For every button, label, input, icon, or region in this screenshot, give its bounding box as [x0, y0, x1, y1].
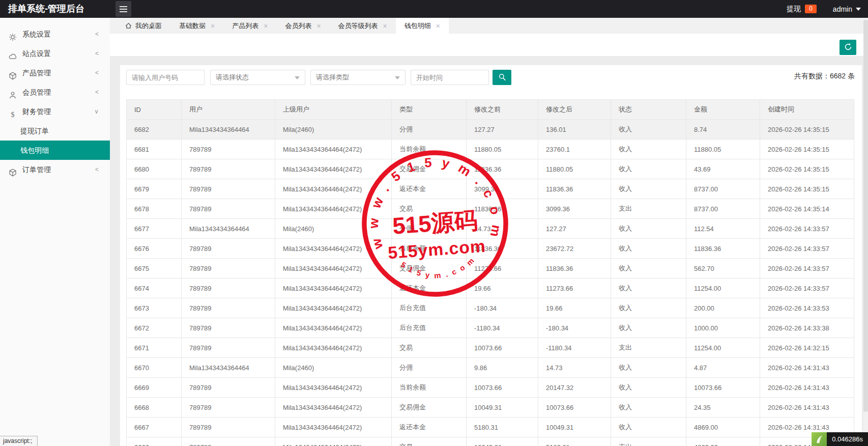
sidebar-item-member-management[interactable]: 会员管理 < — [0, 82, 110, 102]
table-cell: 1000.00 — [686, 318, 760, 338]
start-time-input[interactable] — [411, 70, 489, 85]
table-cell: Mila1343434364464(2472) — [275, 298, 392, 318]
table-cell: -180.34 — [467, 298, 538, 318]
table-cell: 43.69 — [686, 159, 760, 179]
table-cell: 返还本金 — [392, 417, 467, 437]
table-cell: 6673 — [127, 298, 182, 318]
sidebar-item-label: 会员管理 — [22, 82, 51, 102]
tab-basic-data[interactable]: 基础数据 × — [170, 18, 223, 34]
table-cell: 10049.31 — [467, 437, 538, 446]
table-cell: 10073.66 — [686, 378, 760, 398]
table-cell: Mila1343434364464(2472) — [275, 179, 392, 199]
table-cell: 789789 — [182, 278, 275, 298]
topbar-right: 提现 0 admin — [787, 0, 863, 18]
table-cell: Mila1343434364464(2472) — [275, 437, 392, 446]
table-row: 6678789789Mila1343434364464(2472)交易11836… — [127, 199, 854, 219]
sidebar-item-system-settings[interactable]: 系统设置 < — [0, 24, 110, 44]
table-cell: 3099.36 — [538, 199, 611, 219]
table-cell: 交易佣金 — [392, 398, 467, 417]
close-icon[interactable]: × — [436, 22, 440, 30]
tab-member-list[interactable]: 会员列表 × — [276, 18, 329, 34]
table-row: 6673789789Mila1343434364464(2472)后台充值-18… — [127, 298, 854, 318]
table-cell: 19.66 — [538, 298, 611, 318]
table-cell: 789789 — [182, 398, 275, 417]
column-header: 创建时间 — [760, 100, 854, 120]
close-icon[interactable]: × — [316, 22, 321, 30]
thinkphp-leaf-icon[interactable] — [812, 432, 827, 446]
perf-widget: 0.046286s — [812, 432, 868, 446]
table-cell: 返还本金 — [392, 179, 467, 199]
person-icon — [8, 88, 17, 97]
table-cell: 交易 — [392, 338, 467, 358]
tab-bar: 我的桌面 基础数据 × 产品列表 × 会员列表 × 会员等级列表 × 钱包明细 … — [110, 18, 868, 34]
table-cell: 交易 — [392, 437, 467, 446]
column-header: 修改之前 — [467, 100, 538, 120]
user-menu[interactable]: admin — [833, 5, 852, 13]
column-header: 金额 — [686, 100, 760, 120]
status-select-value: 请选择状态 — [216, 73, 249, 81]
table-cell: Mila1343434364464(2472) — [275, 338, 392, 358]
column-header: 修改之后 — [538, 100, 611, 120]
scrollbar-thumb[interactable] — [863, 20, 868, 412]
table-row: 6680789789Mila1343434364464(2472)交易佣金118… — [127, 159, 854, 179]
sidebar-item-site-settings[interactable]: 站点设置 < — [0, 44, 110, 63]
table-cell: 789789 — [182, 338, 275, 358]
chevron-left-icon: < — [95, 160, 99, 179]
table-cell: 分佣 — [392, 358, 467, 378]
menu-toggle-button[interactable] — [115, 1, 131, 17]
sidebar-item-finance-management[interactable]: $ 财务管理 ∨ — [0, 102, 110, 121]
table-cell: 6668 — [127, 398, 182, 417]
table-cell: 收入 — [611, 179, 686, 199]
table-row: 6675789789Mila1343434364464(2472)交易佣金112… — [127, 259, 854, 278]
status-select[interactable]: 请选择状态 — [210, 70, 305, 85]
table-cell: 10049.31 — [467, 398, 538, 417]
tab-member-level-list[interactable]: 会员等级列表 × — [330, 18, 396, 34]
table-cell: 收入 — [611, 140, 686, 159]
close-icon[interactable]: × — [383, 22, 387, 30]
refresh-button[interactable] — [840, 40, 856, 55]
table-row: 6666789789Mila1343434364464(2472)交易10049… — [127, 437, 854, 446]
table-cell: Mila1343434364464(2472) — [275, 259, 392, 278]
tab-product-list[interactable]: 产品列表 × — [223, 18, 276, 34]
total-count-label: 共有数据：6682 条 — [794, 72, 855, 81]
table-cell: 11273.66 — [538, 278, 611, 298]
table-row: 6671789789Mila1343434364464(2472)交易10073… — [127, 338, 854, 358]
table-cell: 789789 — [182, 199, 275, 219]
table-row: 6677Mila1343434364464Mila(2460)分佣14.7312… — [127, 219, 854, 239]
type-select[interactable]: 请选择类型 — [310, 70, 406, 85]
table-cell: 127.27 — [538, 219, 611, 239]
table-cell: 789789 — [182, 259, 275, 278]
close-icon[interactable]: × — [264, 22, 268, 30]
tab-wallet-detail[interactable]: 钱包明细 × — [396, 18, 449, 34]
table-cell: 2026-02-26 14:33:53 — [760, 298, 854, 318]
table-cell: 8737.00 — [686, 199, 760, 219]
toolbar-strip — [110, 34, 868, 56]
table-cell: 11880.05 — [467, 140, 538, 159]
table-cell: 11254.00 — [686, 278, 760, 298]
tab-label: 基础数据 — [179, 21, 206, 31]
table-cell: -1180.34 — [538, 338, 611, 358]
table-cell: 789789 — [182, 437, 275, 446]
table-cell: 789789 — [182, 318, 275, 338]
sidebar-subitem-wallet-detail[interactable]: 钱包明细 — [0, 141, 110, 160]
table-cell: 11836.36 — [538, 179, 611, 199]
table-cell: 当前余额 — [392, 378, 467, 398]
withdraw-link[interactable]: 提现 — [787, 5, 801, 14]
table-cell: 2026-02-26 14:31:43 — [760, 358, 854, 378]
tab-desktop[interactable]: 我的桌面 — [116, 18, 170, 34]
table-row: 6681789789Mila1343434364464(2472)当前余额118… — [127, 140, 854, 159]
tab-label: 钱包明细 — [404, 21, 431, 31]
table-cell: Mila1343434364464(2472) — [275, 378, 392, 398]
close-icon[interactable]: × — [211, 22, 215, 30]
status-link-hint: javascript:; — [0, 436, 38, 446]
table-cell: 10049.31 — [538, 417, 611, 437]
sidebar-subitem-withdraw-orders[interactable]: 提现订单 — [0, 121, 110, 141]
table-cell: 当前余额 — [392, 140, 467, 159]
user-number-input[interactable] — [126, 70, 205, 85]
table-cell: 6666 — [127, 437, 182, 446]
table-cell: -1180.34 — [467, 318, 538, 338]
sidebar-item-order-management[interactable]: 订单管理 < — [0, 160, 110, 179]
withdraw-count-badge: 0 — [805, 5, 817, 13]
sidebar-item-product-management[interactable]: 产品管理 < — [0, 63, 110, 82]
search-button[interactable] — [493, 70, 511, 85]
